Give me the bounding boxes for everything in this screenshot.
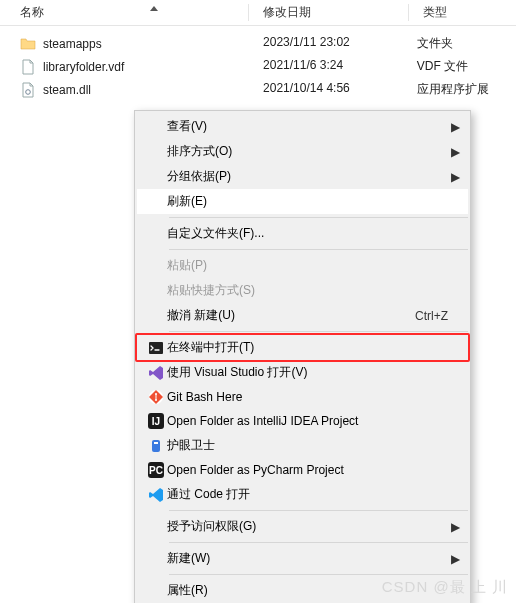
menu-item-grant-access[interactable]: 授予访问权限(G)▶ (137, 514, 468, 539)
file-type: 应用程序扩展 (417, 81, 516, 98)
menu-separator (169, 249, 468, 250)
menu-separator (169, 574, 468, 575)
menu-item-git-bash[interactable]: Git Bash Here (137, 385, 468, 409)
pycharm-icon: PC (145, 462, 167, 478)
menu-item-open-terminal[interactable]: 在终端中打开(T) (137, 335, 468, 360)
vscode-icon (145, 487, 167, 503)
menu-item-pycharm[interactable]: PC Open Folder as PyCharm Project (137, 458, 468, 482)
intellij-icon: IJ (145, 413, 167, 429)
menu-item-paste: 粘贴(P) (137, 253, 468, 278)
menu-item-group[interactable]: 分组依据(P)▶ (137, 164, 468, 189)
svg-rect-1 (149, 342, 163, 354)
column-header-type[interactable]: 类型 (423, 4, 516, 21)
file-icon (20, 82, 36, 98)
file-date: 2021/10/14 4:56 (263, 81, 417, 98)
chevron-right-icon: ▶ (448, 120, 460, 134)
file-name: libraryfolder.vdf (43, 60, 124, 74)
file-icon (20, 59, 36, 75)
menu-item-view[interactable]: 查看(V)▶ (137, 114, 468, 139)
watermark: CSDN @最 上 川 (382, 578, 508, 597)
header-divider (248, 4, 249, 21)
menu-separator (169, 217, 468, 218)
menu-item-new[interactable]: 新建(W)▶ (137, 546, 468, 571)
menu-item-sort[interactable]: 排序方式(O)▶ (137, 139, 468, 164)
terminal-icon (145, 340, 167, 356)
chevron-right-icon: ▶ (448, 145, 460, 159)
menu-item-vscode[interactable]: 通过 Code 打开 (137, 482, 468, 507)
folder-icon (20, 36, 36, 52)
svg-rect-5 (152, 440, 160, 452)
menu-item-undo-new[interactable]: 撤消 新建(U)Ctrl+Z (137, 303, 468, 328)
menu-separator (169, 510, 468, 511)
menu-separator (169, 331, 468, 332)
file-row[interactable]: libraryfolder.vdf 2021/11/6 3:24 VDF 文件 (0, 55, 516, 78)
chevron-right-icon: ▶ (448, 552, 460, 566)
file-type: VDF 文件 (417, 58, 516, 75)
context-menu: 查看(V)▶ 排序方式(O)▶ 分组依据(P)▶ 刷新(E) 自定义文件夹(F)… (134, 110, 471, 603)
menu-item-intellij[interactable]: IJ Open Folder as IntelliJ IDEA Project (137, 409, 468, 433)
column-header-name[interactable]: 名称 (0, 4, 248, 21)
eye-guard-icon (145, 438, 167, 454)
visual-studio-icon (145, 365, 167, 381)
svg-rect-6 (154, 442, 158, 444)
file-list: steamapps 2023/1/11 23:02 文件夹 libraryfol… (0, 26, 516, 101)
file-row[interactable]: steamapps 2023/1/11 23:02 文件夹 (0, 32, 516, 55)
menu-item-open-visual-studio[interactable]: 使用 Visual Studio 打开(V) (137, 360, 468, 385)
file-date: 2021/11/6 3:24 (263, 58, 417, 75)
file-date: 2023/1/11 23:02 (263, 35, 417, 52)
header-divider (408, 4, 409, 21)
git-bash-icon (145, 389, 167, 405)
file-type: 文件夹 (417, 35, 516, 52)
file-name: steamapps (43, 37, 102, 51)
menu-item-refresh[interactable]: 刷新(E) (137, 189, 468, 214)
file-row[interactable]: steam.dll 2021/10/14 4:56 应用程序扩展 (0, 78, 516, 101)
menu-item-eye-guard[interactable]: 护眼卫士 (137, 433, 468, 458)
menu-separator (169, 542, 468, 543)
menu-item-customize-folder[interactable]: 自定义文件夹(F)... (137, 221, 468, 246)
chevron-right-icon: ▶ (448, 170, 460, 184)
column-header-row: 名称 修改日期 类型 (0, 0, 516, 26)
file-name: steam.dll (43, 83, 91, 97)
chevron-right-icon: ▶ (448, 520, 460, 534)
menu-item-paste-shortcut: 粘贴快捷方式(S) (137, 278, 468, 303)
column-header-date[interactable]: 修改日期 (263, 4, 408, 21)
menu-shortcut: Ctrl+Z (415, 309, 460, 323)
